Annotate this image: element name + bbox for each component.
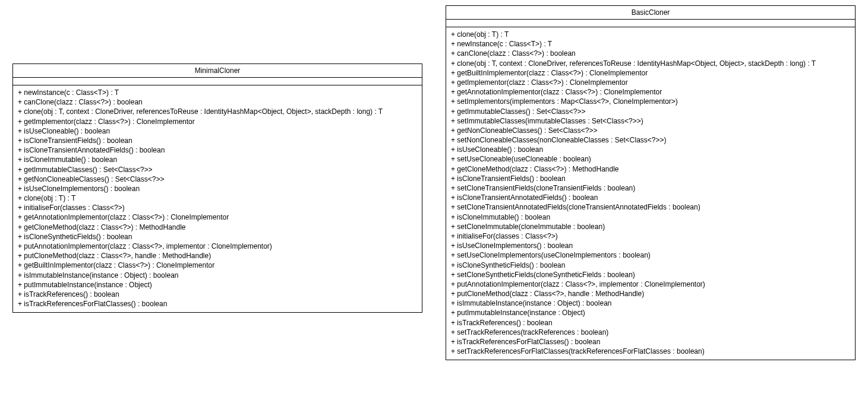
method-signature: + setImmutableClasses(immutableClasses :… [451,116,850,126]
method-signature: + isCloneImmutable() : boolean [18,155,417,164]
class-name: MinimalCloner [13,64,422,78]
uml-class-basic: BasicCloner+ clone(obj : T) : T+ newInst… [446,5,856,360]
method-signature: + setCloneTransientAnnotatedFields(clone… [451,202,850,212]
method-signature: + isCloneTransientFields() : boolean [18,136,417,145]
method-signature: + isTrackReferences() : boolean [18,290,417,299]
method-signature: + initialiseFor(classes : Class<?>) [451,231,850,241]
method-signature: + canClone(clazz : Class<?>) : boolean [451,49,850,58]
method-signature: + getBuiltInImplementor(clazz : Class<?>… [451,68,850,78]
method-signature: + getImplementor(clazz : Class<?>) : Clo… [451,78,850,87]
method-signature: + isUseCloneable() : boolean [18,126,417,136]
methods-compartment: + clone(obj : T) : T+ newInstance(c : Cl… [446,27,855,360]
method-signature: + isCloneTransientFields() : boolean [451,174,850,183]
method-signature: + setTrackReferencesForFlatClasses(track… [451,347,850,356]
method-signature: + getAnnotationImplementor(clazz : Class… [451,87,850,97]
method-signature: + clone(obj : T) : T [451,30,850,39]
method-signature: + canClone(clazz : Class<?>) : boolean [18,97,417,107]
class-name: BasicCloner [446,6,855,20]
method-signature: + getBuiltInImplementor(clazz : Class<?>… [18,261,417,270]
method-signature: + isUseCloneImplementors() : boolean [18,184,417,193]
method-signature: + getNonCloneableClasses() : Set<Class<?… [18,174,417,184]
method-signature: + isUseCloneable() : boolean [451,145,850,154]
methods-compartment: + newInstance(c : Class<T>) : T+ canClon… [13,85,422,312]
method-signature: + newInstance(c : Class<T>) : T [451,39,850,49]
method-signature: + getImplementor(clazz : Class<?>) : Clo… [18,117,417,126]
method-signature: + putImmutableInstance(instance : Object… [451,308,850,317]
method-signature: + isTrackReferences() : boolean [451,318,850,328]
method-signature: + setCloneTransientFields(cloneTransient… [451,183,850,193]
method-signature: + putAnnotationImplementor(clazz : Class… [18,242,417,251]
method-signature: + isUseCloneImplementors() : boolean [451,241,850,250]
method-signature: + isTrackReferencesForFlatClasses() : bo… [451,337,850,347]
method-signature: + setCloneImmutable(cloneImmutable : boo… [451,222,850,231]
method-signature: + isCloneSyntheticFields() : boolean [18,232,417,242]
method-signature: + clone(obj : T, context : CloneDriver, … [18,107,417,116]
method-signature: + initialiseFor(classes : Class<?>) [18,203,417,212]
method-signature: + getAnnotationImplementor(clazz : Class… [18,212,417,222]
method-signature: + getCloneMethod(clazz : Class<?>) : Met… [451,164,850,174]
method-signature: + setImplementors(implementors : Map<Cla… [451,97,850,106]
uml-class-minimal: MinimalCloner+ newInstance(c : Class<T>)… [12,63,422,313]
method-signature: + isCloneTransientAnnotatedFields() : bo… [451,193,850,202]
method-signature: + putCloneMethod(clazz : Class<?>, handl… [451,289,850,298]
method-signature: + isCloneSyntheticFields() : boolean [451,261,850,270]
attributes-compartment [446,20,855,27]
attributes-compartment [13,78,422,85]
method-signature: + setUseCloneImplementors(useCloneImplem… [451,250,850,260]
method-signature: + setUseCloneable(useCloneable : boolean… [451,154,850,164]
method-signature: + isCloneTransientAnnotatedFields() : bo… [18,145,417,155]
method-signature: + clone(obj : T, context : CloneDriver, … [451,59,850,68]
method-signature: + setNonCloneableClasses(nonCloneableCla… [451,135,850,145]
method-signature: + getImmutableClasses() : Set<Class<?>> [451,107,850,116]
method-signature: + putCloneMethod(clazz : Class<?>, handl… [18,251,417,261]
method-signature: + isImmutableInstance(instance : Object)… [451,298,850,308]
method-signature: + setTrackReferences(trackReferences : b… [451,328,850,337]
method-signature: + getCloneMethod(clazz : Class<?>) : Met… [18,223,417,232]
method-signature: + isCloneImmutable() : boolean [451,212,850,222]
method-signature: + isImmutableInstance(instance : Object)… [18,271,417,280]
method-signature: + setCloneSyntheticFields(cloneSynthetic… [451,270,850,280]
method-signature: + isTrackReferencesForFlatClasses() : bo… [18,299,417,309]
method-signature: + getImmutableClasses() : Set<Class<?>> [18,165,417,174]
method-signature: + putImmutableInstance(instance : Object… [18,280,417,290]
method-signature: + putAnnotationImplementor(clazz : Class… [451,280,850,289]
method-signature: + getNonCloneableClasses() : Set<Class<?… [451,126,850,135]
method-signature: + newInstance(c : Class<T>) : T [18,88,417,97]
method-signature: + clone(obj : T) : T [18,193,417,203]
